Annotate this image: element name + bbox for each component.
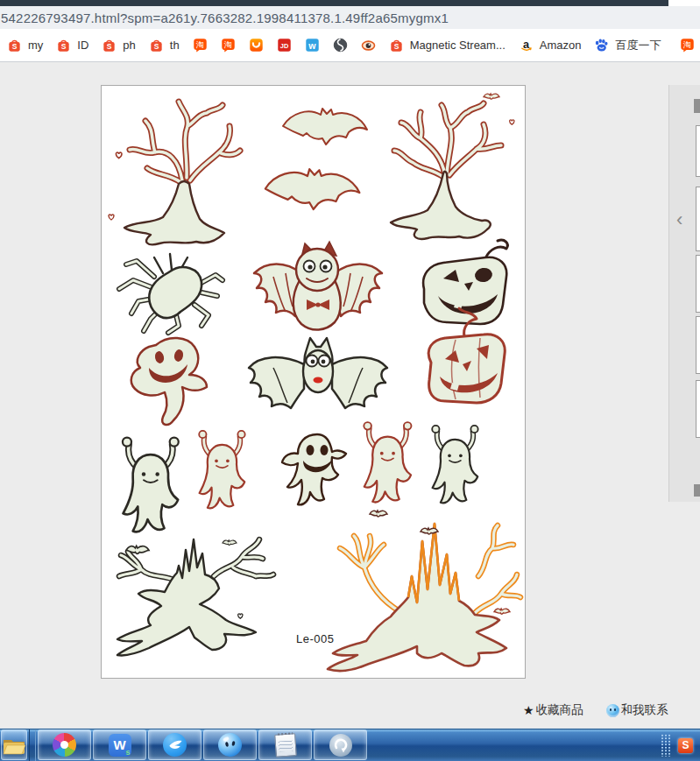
accent-minibat (370, 511, 387, 517)
sticker-bat-silhouette-mid (265, 169, 360, 209)
thumbnail-item[interactable] (696, 125, 700, 177)
page-content: Le-005 ‹ ★ 收藏商品 和我联系 (0, 63, 700, 728)
bookmark-baidu[interactable]: 百度一下 (594, 38, 661, 53)
accent-minibat (484, 94, 499, 99)
amazon-icon: a (519, 38, 534, 53)
svg-text:淘: 淘 (682, 40, 691, 49)
taskbar-explorer-button[interactable] (1, 729, 27, 760)
bookmark-shopee-my[interactable]: S my (7, 38, 43, 53)
orange-u-icon (249, 38, 264, 53)
bookmark-shopee-id[interactable]: S ID (56, 38, 88, 53)
bookmark-shopee-th[interactable]: S th (149, 38, 180, 53)
pinwheel-browser-icon (53, 733, 76, 757)
sticker-spooky-tree-red-right (391, 103, 501, 239)
collapse-panel-button[interactable]: ‹ (676, 210, 682, 229)
favorite-label: 收藏商品 (536, 702, 583, 718)
thumbnail-item[interactable] (696, 380, 700, 438)
shopee-icon: S (7, 38, 22, 53)
bookmark-amazon[interactable]: a Amazon (519, 38, 582, 53)
wangwang-face-icon (218, 733, 242, 757)
wps-office-icon: Ws (109, 734, 131, 757)
svg-text:淘: 淘 (223, 40, 232, 49)
svg-text:JD: JD (279, 42, 288, 50)
weidian-icon: w (305, 38, 320, 53)
svg-text:S: S (153, 42, 159, 51)
contact-me-link[interactable]: 和我联系 (606, 702, 668, 718)
system-tray: S (661, 729, 693, 761)
bookmark-jd[interactable]: JD (277, 38, 292, 53)
taskbar-separator (29, 729, 36, 761)
thumbnail-item[interactable] (696, 255, 700, 313)
accent-heart (109, 215, 114, 220)
accent-minibat (494, 609, 510, 614)
bookmark-label: 百度一下 (615, 38, 661, 53)
sticker-ghost-arms-up-red-2 (364, 422, 411, 502)
taskbar-wangwang-button[interactable] (203, 729, 257, 760)
bookmark-label: ph (123, 39, 135, 52)
sticker-bat-wide-round-eyes (249, 338, 387, 408)
favorite-item-link[interactable]: ★ 收藏商品 (523, 702, 583, 718)
svg-text:S: S (107, 42, 112, 51)
url-text[interactable]: 542226793497.html?spm=a261y.7663282.1998… (1, 11, 449, 25)
bookmark-globe[interactable] (333, 38, 348, 53)
sticker-ghost-arms-up-black-1 (123, 438, 179, 532)
sync-swirl-icon (329, 734, 352, 757)
baidu-paw-icon (594, 38, 609, 53)
bookmark-taobao-3[interactable]: 淘 (680, 38, 695, 53)
sticker-spider (119, 254, 223, 333)
bookmark-taobao-2[interactable]: 淘 (221, 38, 236, 53)
product-code-label: Le-005 (296, 632, 334, 645)
bookmark-taobao-1[interactable]: 淘 (193, 38, 208, 53)
address-bar[interactable]: 542226793497.html?spm=a261y.7663282.1998… (0, 6, 700, 29)
sticker-cute-bat-bowtie (254, 242, 382, 330)
thumbnail-item[interactable] (696, 187, 700, 251)
bookmark-shopee-ph[interactable]: S ph (102, 38, 135, 53)
panel-scroll-up[interactable] (694, 99, 700, 113)
shopee-icon: S (149, 38, 164, 53)
bookmark-label: Magnetic Stream... (410, 39, 506, 52)
thumbnail-side-panel: ‹ (668, 85, 700, 502)
notepad-icon (274, 733, 297, 757)
svg-text:w: w (308, 40, 316, 51)
accent-heart (238, 614, 243, 618)
page-links: ★ 收藏商品 和我联系 (523, 702, 668, 718)
contact-label: 和我联系 (621, 702, 668, 718)
dingtalk-wing-icon (163, 733, 187, 757)
taobao-icon: 淘 (221, 38, 236, 53)
sticker-ghost-dark-face (282, 434, 346, 504)
svg-text:S: S (393, 42, 399, 51)
bookmark-weidian[interactable]: w (305, 38, 320, 53)
taobao-icon: 淘 (193, 38, 208, 53)
thumbnail-item[interactable] (696, 316, 700, 374)
taskbar-360-browser-button[interactable] (38, 729, 91, 760)
tray-shopee-icon[interactable]: S (678, 738, 693, 753)
window-top-corner (668, 0, 700, 6)
window-top-strip (0, 0, 668, 6)
taskbar-dingtalk-button[interactable] (148, 729, 202, 760)
tray-grip-dots[interactable] (661, 734, 671, 757)
svg-text:S: S (61, 42, 67, 51)
accent-minibat (223, 540, 237, 546)
eye-icon (361, 38, 376, 53)
taskbar-wps-button[interactable]: Ws (93, 729, 146, 760)
bookmark-label: th (170, 39, 180, 52)
svg-text:淘: 淘 (195, 40, 204, 49)
sticker-bat-silhouette-top (283, 109, 367, 144)
bookmark-label: ID (77, 39, 88, 52)
bookmark-orange-u[interactable] (249, 38, 264, 53)
taskbar-notepad-button[interactable] (258, 729, 312, 760)
bookmark-magnetic-stream[interactable]: S Magnetic Stream... (389, 38, 506, 53)
product-image[interactable]: Le-005 (101, 85, 526, 679)
bookmark-label: my (28, 39, 43, 52)
shopee-icon: S (102, 38, 117, 53)
accent-heart (116, 152, 122, 159)
sticker-spooky-tree-orange-bottom (328, 524, 520, 671)
panel-scroll-down[interactable] (694, 484, 700, 497)
bookmark-eye[interactable] (361, 38, 376, 53)
jd-icon: JD (277, 38, 292, 53)
taskbar-sync-button[interactable] (314, 729, 367, 760)
sticker-sheet-art (102, 86, 525, 678)
dark-globe-icon (333, 38, 348, 53)
taskbar: Ws S (0, 728, 700, 761)
sticker-ghost-arms-up-red-1 (199, 431, 244, 509)
